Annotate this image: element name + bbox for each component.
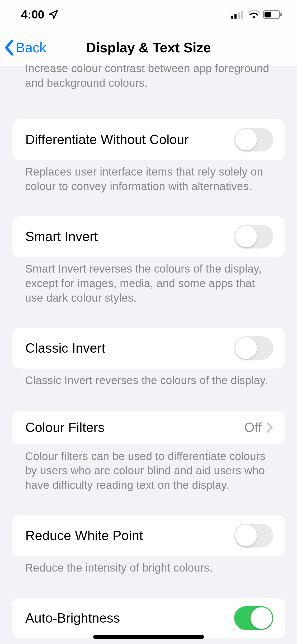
row-label: Differentiate Without Colour: [25, 132, 189, 147]
row-value-colour-filters: Off: [244, 420, 262, 435]
cellular-icon: [231, 10, 244, 19]
status-time: 4:00: [21, 8, 44, 21]
svg-rect-1: [234, 14, 237, 19]
truncated-prev-description: Increase colour contrast between app for…: [0, 61, 297, 96]
desc-classic-invert: Classic Invert reverses the colours of t…: [0, 369, 297, 388]
svg-rect-3: [241, 11, 243, 19]
svg-rect-6: [265, 12, 271, 17]
toggle-reduce-white-point[interactable]: [234, 524, 273, 548]
toggle-differentiate-without-colour[interactable]: [234, 128, 273, 151]
svg-rect-0: [231, 16, 233, 19]
wifi-icon: [248, 10, 260, 19]
row-label: Classic Invert: [25, 341, 105, 356]
status-right: [231, 10, 282, 19]
section-reduce-white-point: Reduce White Point Reduce the intensity …: [0, 515, 297, 575]
settings-content[interactable]: Increase colour contrast between app for…: [0, 66, 297, 644]
section-colour-filters: Colour Filters Off Colour filters can be…: [0, 411, 297, 493]
back-label: Back: [16, 40, 46, 56]
toggle-smart-invert[interactable]: [234, 225, 273, 249]
status-left: 4:00: [21, 8, 59, 21]
home-indicator[interactable]: [93, 635, 204, 639]
chevron-left-icon: [5, 40, 14, 56]
desc-reduce-white-point: Reduce the intensity of bright colours.: [0, 556, 297, 575]
svg-rect-2: [238, 12, 240, 19]
chevron-right-icon: [266, 422, 273, 433]
section-differentiate-without-colour: Differentiate Without Colour Replaces us…: [0, 119, 297, 194]
nav-bar: Back Display & Text Size: [0, 29, 297, 66]
row-colour-filters[interactable]: Colour Filters Off: [12, 411, 285, 444]
desc-smart-invert: Smart Invert reverses the colours of the…: [0, 257, 297, 305]
back-button[interactable]: Back: [0, 40, 46, 56]
row-reduce-white-point[interactable]: Reduce White Point: [12, 515, 285, 556]
section-smart-invert: Smart Invert Smart Invert reverses the c…: [0, 216, 297, 305]
battery-icon: [263, 10, 282, 19]
status-bar: 4:00: [0, 0, 297, 29]
desc-colour-filters: Colour filters can be used to differenti…: [0, 444, 297, 493]
row-label: Smart Invert: [25, 229, 98, 244]
svg-rect-7: [280, 13, 282, 16]
location-icon: [48, 9, 59, 20]
svg-point-4: [253, 16, 255, 19]
section-classic-invert: Classic Invert Classic Invert reverses t…: [0, 328, 297, 388]
row-auto-brightness[interactable]: Auto-Brightness: [12, 598, 285, 638]
desc-auto-brightness: Turning off auto-brightness may affect b…: [0, 638, 297, 644]
row-label: Auto-Brightness: [25, 610, 120, 626]
row-label: Reduce White Point: [25, 528, 143, 543]
toggle-auto-brightness[interactable]: [234, 606, 273, 630]
toggle-classic-invert[interactable]: [234, 336, 273, 360]
desc-differentiate-without-colour: Replaces user interface items that rely …: [0, 160, 297, 194]
row-label: Colour Filters: [25, 420, 105, 435]
row-smart-invert[interactable]: Smart Invert: [12, 216, 285, 257]
row-classic-invert[interactable]: Classic Invert: [12, 328, 285, 369]
row-differentiate-without-colour[interactable]: Differentiate Without Colour: [12, 119, 285, 160]
